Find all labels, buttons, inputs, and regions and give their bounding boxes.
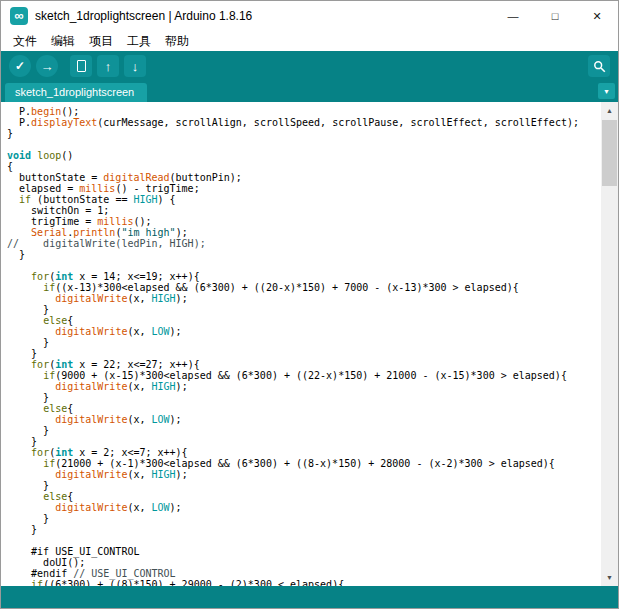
tab-sketch[interactable]: sketch_1droplightscreen — [5, 83, 147, 102]
code-line: digitalWrite(x, LOW); — [7, 326, 601, 337]
window-title: sketch_1droplightscreen | Arduino 1.8.16 — [35, 9, 492, 23]
code-line: } — [7, 425, 601, 436]
menu-item-0[interactable]: 文件 — [6, 31, 44, 52]
code-line — [7, 535, 601, 546]
editor: P.begin(); P.displayText(curMessage, scr… — [1, 102, 618, 586]
code-line — [7, 260, 601, 271]
document-icon — [77, 60, 86, 72]
magnifier-icon — [593, 60, 606, 73]
code-line: if (buttonState == HIGH) { — [7, 194, 601, 205]
code-line: } — [7, 304, 601, 315]
code-area[interactable]: P.begin(); P.displayText(curMessage, scr… — [1, 102, 601, 586]
code-line: if((6*300) + ((8)*150) + 29000 - (2)*300… — [7, 579, 601, 586]
code-line: digitalWrite(x, HIGH); — [7, 381, 601, 392]
code-line: else{ — [7, 491, 601, 502]
code-line: } — [7, 348, 601, 359]
code-line: if(21000 + (x-1)*300<elapsed && (6*300) … — [7, 458, 601, 469]
serial-monitor-button[interactable] — [588, 55, 610, 77]
code-line: for(int x = 2; x<=7; x++){ — [7, 447, 601, 458]
code-line: else{ — [7, 315, 601, 326]
code-line: // digitalWrite(ledPin, HIGH); — [7, 238, 601, 249]
arrow-right-icon: → — [41, 60, 54, 73]
code-line: } — [7, 337, 601, 348]
code-line: else{ — [7, 403, 601, 414]
code-line: digitalWrite(x, HIGH); — [7, 469, 601, 480]
menu-item-3[interactable]: 工具 — [120, 31, 158, 52]
code-line: } — [7, 392, 601, 403]
arduino-logo-icon: ∞ — [10, 7, 28, 25]
code-line: } — [7, 480, 601, 491]
scrollbar-thumb[interactable] — [602, 120, 617, 186]
verify-button[interactable]: ✓ — [9, 55, 31, 77]
code-line: doUI(); — [7, 557, 601, 568]
upload-button[interactable]: → — [36, 55, 58, 77]
code-line: trigTime = millis(); — [7, 216, 601, 227]
new-sketch-button[interactable] — [70, 55, 92, 77]
open-button[interactable]: ↑ — [97, 55, 119, 77]
code-line: } — [7, 513, 601, 524]
maximize-button[interactable]: □ — [534, 1, 576, 31]
scroll-up-button[interactable]: ▲ — [601, 102, 618, 119]
code-line: for(int x = 14; x<=19; x++){ — [7, 271, 601, 282]
code-line: } — [7, 249, 601, 260]
window-controls: — □ ✕ — [492, 1, 618, 31]
code-line: digitalWrite(x, LOW); — [7, 414, 601, 425]
arrow-down-icon: ↓ — [132, 60, 139, 73]
menu-item-1[interactable]: 编辑 — [44, 31, 82, 52]
code-line: digitalWrite(x, LOW); — [7, 502, 601, 513]
vertical-scrollbar[interactable]: ▲ ▼ — [601, 102, 618, 586]
menu-item-4[interactable]: 帮助 — [158, 31, 196, 52]
close-button[interactable]: ✕ — [576, 1, 618, 31]
scroll-down-button[interactable]: ▼ — [601, 569, 618, 586]
code-line: for(int x = 22; x<=27; x++){ — [7, 359, 601, 370]
tab-list-button[interactable]: ▼ — [598, 83, 615, 99]
toolbar: ✓ → ↑ ↓ — [1, 51, 618, 81]
chevron-down-icon: ▼ — [603, 88, 610, 95]
code-line: digitalWrite(x, HIGH); — [7, 293, 601, 304]
save-button[interactable]: ↓ — [124, 55, 146, 77]
title-bar: ∞ sketch_1droplightscreen | Arduino 1.8.… — [1, 1, 618, 31]
code-line: P.begin(); — [7, 106, 601, 117]
check-icon: ✓ — [15, 60, 25, 72]
code-line: switchOn = 1; — [7, 205, 601, 216]
arduino-ide-window: ∞ sketch_1droplightscreen | Arduino 1.8.… — [0, 0, 619, 609]
code-line: #if USE_UI_CONTROL — [7, 546, 601, 557]
tab-bar: sketch_1droplightscreen ▼ — [1, 81, 618, 102]
code-line: void loop() — [7, 150, 601, 161]
status-bar — [1, 586, 618, 608]
code-line: } — [7, 524, 601, 535]
code-line: elapsed = millis() - trigTime; — [7, 183, 601, 194]
code-line: #endif // USE_UI_CONTROL — [7, 568, 601, 579]
arrow-up-icon: ↑ — [105, 60, 112, 73]
code-line: Serial.println("im high"); — [7, 227, 601, 238]
code-line: P.displayText(curMessage, scrollAlign, s… — [7, 117, 601, 128]
code-line: } — [7, 128, 601, 139]
code-line — [7, 139, 601, 150]
minimize-button[interactable]: — — [492, 1, 534, 31]
code-line: } — [7, 436, 601, 447]
code-line: if((x-13)*300<elapsed && (6*300) + ((20-… — [7, 282, 601, 293]
menu-bar: 文件编辑项目工具帮助 — [1, 31, 618, 51]
code-line: buttonState = digitalRead(buttonPin); — [7, 172, 601, 183]
menu-item-2[interactable]: 项目 — [82, 31, 120, 52]
code-line: { — [7, 161, 601, 172]
code-line: if(9000 + (x-15)*300<elapsed && (6*300) … — [7, 370, 601, 381]
